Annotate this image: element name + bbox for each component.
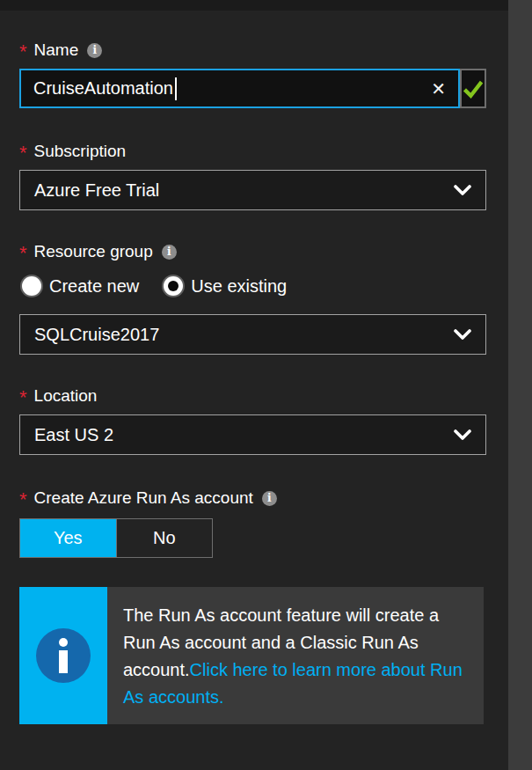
required-marker: * (19, 142, 27, 165)
clear-icon[interactable]: ✕ (431, 80, 446, 98)
location-value: East US 2 (34, 425, 113, 445)
validation-box (460, 69, 486, 108)
text-caret (175, 77, 177, 100)
name-input-row: CruiseAutomation ✕ (19, 69, 486, 108)
resource-group-label-row: * Resource group i (19, 240, 486, 263)
radio-selected-icon (164, 276, 183, 296)
required-marker: * (19, 40, 27, 63)
name-label-row: * Name i (19, 39, 486, 62)
radio-create-new[interactable]: Create new (22, 276, 139, 297)
info-icon[interactable]: i (262, 491, 277, 506)
name-input[interactable]: CruiseAutomation ✕ (19, 69, 460, 108)
subscription-label-row: * Subscription (19, 140, 486, 163)
info-icon[interactable]: i (162, 245, 177, 260)
radio-unselected-icon (22, 276, 41, 296)
required-marker: * (19, 242, 27, 265)
info-message: The Run As account feature will create a… (107, 587, 484, 724)
resource-group-radio-group: Create new Use existing (19, 270, 486, 302)
automation-account-form: * Name i CruiseAutomation ✕ * Subscripti… (19, 0, 486, 724)
toggle-no-button[interactable]: No (116, 519, 213, 557)
checkmark-icon (462, 77, 485, 101)
chevron-down-icon (454, 329, 471, 341)
info-icon-panel (19, 587, 107, 724)
location-dropdown[interactable]: East US 2 (19, 414, 486, 455)
resource-group-dropdown[interactable]: SQLCruise2017 (19, 314, 486, 355)
required-marker: * (19, 488, 27, 511)
info-icon[interactable]: i (87, 43, 102, 58)
run-as-toggle: Yes No (19, 518, 213, 558)
run-as-label: Create Azure Run As account (34, 488, 253, 508)
subscription-label: Subscription (34, 142, 127, 161)
resource-group-value: SQLCruise2017 (34, 325, 159, 345)
subscription-value: Azure Free Trial (34, 180, 159, 201)
subscription-dropdown[interactable]: Azure Free Trial (19, 170, 486, 210)
run-as-info-box: The Run As account feature will create a… (19, 587, 484, 724)
scrollbar[interactable] (508, 0, 532, 770)
radio-create-new-label: Create new (49, 276, 139, 297)
toggle-yes-button[interactable]: Yes (20, 519, 116, 557)
chevron-down-icon (454, 429, 471, 441)
required-marker: * (19, 386, 27, 409)
information-icon (36, 628, 91, 683)
name-label: Name (34, 40, 79, 60)
location-label: Location (34, 386, 98, 406)
radio-use-existing[interactable]: Use existing (164, 276, 287, 297)
location-label-row: * Location (19, 385, 486, 407)
name-input-value: CruiseAutomation (33, 78, 173, 99)
resource-group-label: Resource group (34, 242, 153, 261)
radio-use-existing-label: Use existing (191, 276, 287, 297)
run-as-label-row: * Create Azure Run As account i (19, 487, 486, 510)
chevron-down-icon (454, 185, 471, 196)
